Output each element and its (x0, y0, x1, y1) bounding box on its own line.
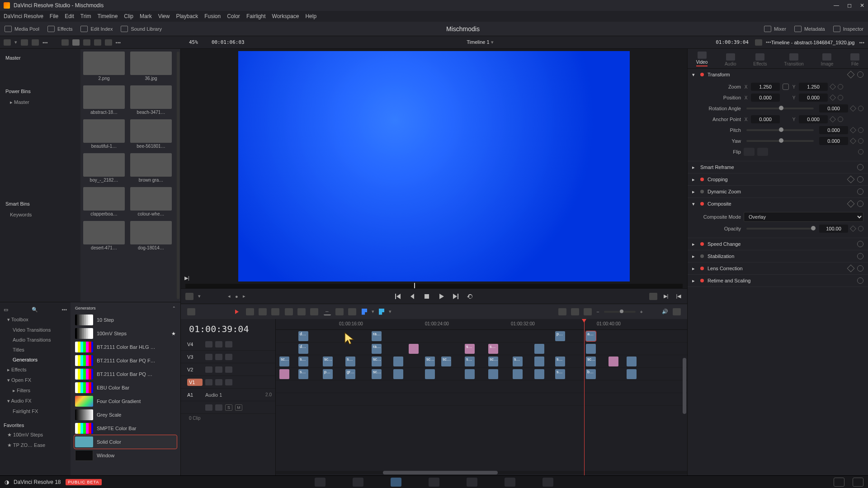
reset-icon[interactable] (857, 277, 863, 284)
keyframe-icon[interactable] (830, 94, 836, 101)
disable-icon[interactable] (225, 366, 232, 373)
mediapool-scrollbar[interactable] (177, 52, 179, 299)
timeline-clip[interactable] (627, 357, 637, 366)
blade-tool[interactable] (271, 308, 279, 315)
zoom-y-input[interactable]: 1.250 (799, 83, 828, 91)
page-color[interactable] (467, 478, 477, 487)
editindex-toggle[interactable]: Edit Index (80, 26, 113, 32)
smartbin-keywords[interactable]: Keywords (4, 209, 77, 220)
anchor-x-input[interactable]: 0.000 (751, 115, 780, 123)
timeline-clip[interactable] (627, 369, 637, 379)
timeline-clip[interactable] (586, 344, 596, 354)
timeline-clip[interactable] (425, 369, 435, 379)
generator-item[interactable]: 10 Step (74, 313, 177, 327)
fx-fairlightfx[interactable]: Fairlight FX (0, 406, 71, 416)
timeline-clip[interactable]: s… (298, 357, 308, 366)
reset-icon[interactable] (838, 84, 843, 89)
zoom-in-icon[interactable]: + (640, 309, 643, 314)
timeline-clip[interactable]: ra… (372, 344, 382, 354)
menu-mark[interactable]: Mark (140, 13, 152, 19)
menu-davinci[interactable]: DaVinci Resolve (4, 13, 43, 19)
pos-x-input[interactable]: 0.000 (751, 94, 780, 102)
generator-item[interactable]: BT.2111 Color Bar HLG … (74, 340, 177, 354)
timeline-clip[interactable]: s… (488, 344, 498, 354)
keyframe-icon[interactable] (847, 176, 855, 183)
overwrite-icon[interactable] (297, 308, 306, 315)
lock-icon[interactable] (205, 341, 212, 347)
timeline-clip[interactable]: d… (298, 344, 308, 354)
yaw-slider[interactable] (746, 140, 814, 142)
snap-icon[interactable]: ⎯ (324, 308, 331, 315)
menu-clip[interactable]: Clip (124, 13, 133, 19)
inspector-toggle[interactable]: Inspector (833, 26, 863, 32)
fx-panel-icon[interactable]: ▭ (4, 307, 8, 313)
fx-generators[interactable]: Generators (0, 355, 71, 365)
menu-workspace[interactable]: Workspace (272, 13, 299, 19)
lock-icon[interactable] (348, 308, 356, 315)
reset-icon[interactable] (857, 201, 863, 207)
keyframe-icon[interactable] (847, 265, 855, 272)
timeline-clip[interactable] (513, 369, 523, 379)
menu-fusion[interactable]: Fusion (204, 13, 221, 19)
volume-icon[interactable]: 🔊 (662, 309, 668, 314)
timeline-clip[interactable] (393, 369, 403, 379)
timeline-clip[interactable]: sc… (425, 357, 435, 366)
disable-icon[interactable] (225, 354, 232, 360)
menu-playback[interactable]: Playback (176, 13, 198, 19)
menu-view[interactable]: View (158, 13, 170, 19)
keyframe-icon[interactable] (850, 105, 856, 112)
dynamic-trim-tool[interactable] (259, 308, 267, 315)
zoom-custom-icon[interactable] (584, 308, 592, 315)
timeline-name[interactable]: Timeline 1 (467, 39, 489, 45)
sort-icon[interactable] (105, 39, 112, 46)
first-frame-button[interactable] (394, 292, 402, 300)
menu-file[interactable]: File (50, 13, 58, 19)
timeline-clip[interactable]: gr… (345, 369, 355, 379)
timeline-clip[interactable] (534, 357, 544, 366)
pitch-slider[interactable] (746, 129, 814, 131)
timeline-view-icon[interactable] (187, 308, 195, 315)
reset-icon[interactable] (857, 265, 863, 272)
in-out-icon[interactable] (185, 293, 193, 300)
maximize-button[interactable]: ◻ (847, 2, 852, 9)
timeline-clip[interactable] (393, 357, 403, 366)
marker-icon[interactable] (379, 309, 384, 315)
reset-icon[interactable] (858, 138, 863, 144)
timeline-clip[interactable]: s… (555, 357, 565, 366)
track-header[interactable]: A1Audio 12.0 (181, 389, 275, 401)
reset-icon[interactable] (858, 149, 863, 155)
menu-color[interactable]: Color (227, 13, 240, 19)
reset-icon[interactable] (858, 127, 863, 133)
timeline-clip[interactable] (609, 357, 618, 366)
opacity-input[interactable]: 100.00 (819, 225, 848, 233)
timeline-clip[interactable]: s… (465, 344, 475, 354)
zoom-fit-icon[interactable] (558, 308, 566, 315)
timeline-track[interactable] (276, 380, 687, 393)
powerbins-header[interactable]: Power Bins (4, 86, 77, 97)
timeline-clip[interactable]: sc… (586, 357, 596, 366)
fav-item[interactable]: ★ 100mV Steps (0, 430, 71, 440)
pitch-input[interactable]: 0.000 (819, 126, 848, 134)
generator-item[interactable]: Four Color Gradient (74, 394, 177, 408)
close-button[interactable]: ✕ (860, 2, 864, 9)
fx-filters[interactable]: ▸ Filters (0, 385, 71, 396)
link-icon[interactable] (32, 39, 39, 46)
yaw-input[interactable]: 0.000 (819, 137, 848, 145)
reset-icon[interactable] (857, 164, 863, 170)
generator-item[interactable]: SMPTE Color Bar (74, 422, 177, 435)
fx-audio-transitions[interactable]: Audio Transitions (0, 335, 71, 345)
anchor-y-input[interactable]: 0.000 (799, 115, 828, 123)
fav-item[interactable]: ★ TP ZO… Ease (0, 440, 71, 450)
timeline-clip[interactable]: s… (465, 357, 475, 366)
zoom-slider[interactable] (604, 311, 636, 313)
fx-effects[interactable]: ▸ Effects (0, 365, 71, 375)
list-view-icon[interactable] (83, 39, 90, 46)
soundlib-toggle[interactable]: Sound Library (121, 26, 162, 32)
composite-mode-select[interactable]: Overlay (744, 212, 863, 222)
media-clip[interactable]: brown gra… (130, 153, 172, 185)
dynzoom-header[interactable]: ▸Dynamic Zoom (688, 186, 868, 197)
page-cut[interactable] (353, 478, 363, 487)
keyframe-icon[interactable] (830, 84, 836, 90)
menu-timeline[interactable]: Timeline (97, 13, 118, 19)
auto-select-icon[interactable] (215, 341, 222, 347)
